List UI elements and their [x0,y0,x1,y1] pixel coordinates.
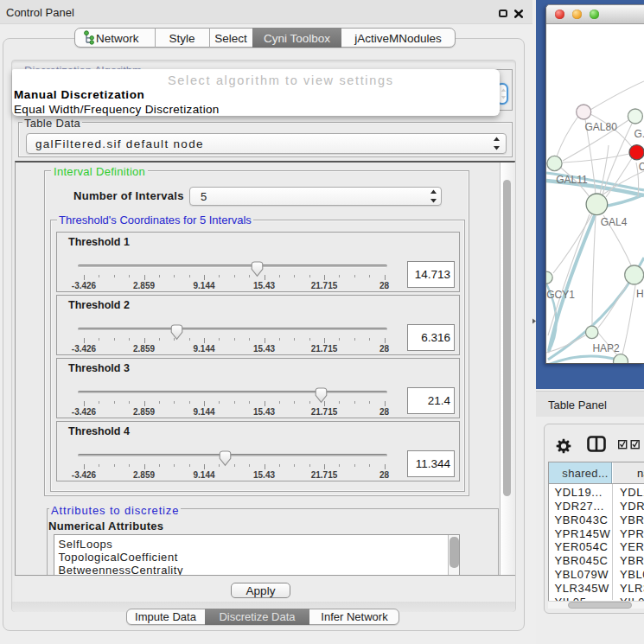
svg-text:GAL11: GAL11 [556,174,588,186]
svg-text:H: H [636,288,644,300]
svg-text:C: C [639,161,644,173]
svg-text:G.: G. [634,128,644,140]
svg-text:HAP2: HAP2 [592,342,620,354]
svg-text:GAL80: GAL80 [585,121,618,133]
svg-text:GAL4: GAL4 [601,216,628,228]
svg-text:GCY1: GCY1 [546,289,575,301]
